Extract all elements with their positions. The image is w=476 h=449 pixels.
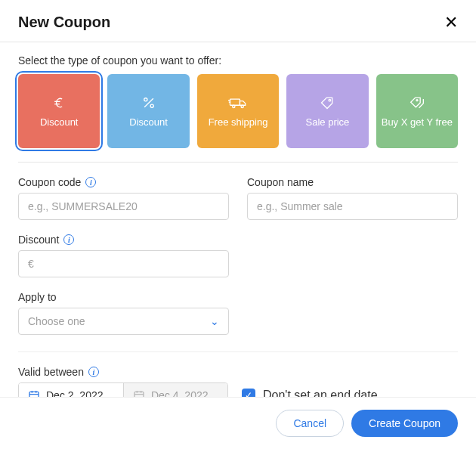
info-icon[interactable]: i bbox=[88, 367, 99, 377]
svg-point-7 bbox=[241, 105, 243, 107]
info-icon[interactable]: i bbox=[63, 234, 74, 245]
coupon-type-group: Discount Discount Free shipping Sale pri… bbox=[18, 74, 458, 148]
apply-to-select[interactable]: Choose one ⌄ bbox=[18, 308, 229, 335]
type-tile-free-shipping[interactable]: Free shipping bbox=[197, 74, 279, 148]
type-tile-label: Buy X get Y free bbox=[382, 116, 453, 129]
discount-input[interactable] bbox=[18, 250, 229, 277]
discount-label: Discount bbox=[18, 234, 59, 246]
tags-icon bbox=[408, 95, 426, 110]
type-tile-buy-x-get-y[interactable]: Buy X get Y free bbox=[376, 74, 458, 148]
no-end-date-label: Don't set an end date bbox=[263, 389, 378, 397]
apply-to-label: Apply to bbox=[18, 291, 57, 303]
type-tile-percent-discount[interactable]: Discount bbox=[107, 74, 189, 148]
check-icon: ✓ bbox=[245, 390, 252, 397]
type-prompt: Select the type of coupon you want to of… bbox=[18, 54, 458, 67]
start-date-value: Dec 2, 2022 bbox=[46, 389, 104, 397]
close-icon: ✕ bbox=[444, 13, 458, 32]
coupon-name-input[interactable] bbox=[247, 193, 458, 220]
coupon-code-label: Coupon code bbox=[18, 176, 81, 188]
coupon-code-input[interactable] bbox=[18, 193, 229, 220]
calendar-icon bbox=[133, 389, 145, 397]
end-date-value: Dec 4, 2022 bbox=[151, 389, 209, 397]
calendar-icon bbox=[28, 389, 40, 397]
type-tile-euro-discount[interactable]: Discount bbox=[18, 74, 100, 148]
type-tile-label: Free shipping bbox=[209, 116, 268, 129]
type-tile-sale-price[interactable]: Sale price bbox=[286, 74, 368, 148]
svg-point-3 bbox=[144, 98, 147, 101]
svg-point-10 bbox=[329, 99, 332, 101]
start-date-input[interactable]: Dec 2, 2022 bbox=[19, 383, 123, 397]
svg-rect-5 bbox=[230, 99, 240, 105]
divider bbox=[18, 162, 458, 163]
info-icon[interactable]: i bbox=[85, 177, 96, 187]
coupon-name-label: Coupon name bbox=[247, 176, 314, 188]
no-end-date-checkbox[interactable]: ✓ bbox=[242, 389, 255, 397]
svg-line-2 bbox=[144, 98, 153, 107]
apply-to-placeholder: Choose one bbox=[28, 315, 85, 327]
end-date-input: Dec 4, 2022 bbox=[123, 383, 227, 397]
tag-icon bbox=[319, 95, 335, 110]
percent-icon bbox=[141, 95, 156, 110]
dialog-title: New Coupon bbox=[18, 14, 110, 31]
truck-icon bbox=[228, 95, 248, 110]
type-tile-label: Sale price bbox=[306, 116, 350, 129]
divider bbox=[18, 351, 458, 352]
type-tile-label: Discount bbox=[40, 116, 79, 129]
cancel-button[interactable]: Cancel bbox=[276, 410, 344, 437]
date-range-picker: Dec 2, 2022 Dec 4, 2022 bbox=[18, 382, 228, 397]
euro-icon bbox=[51, 95, 66, 110]
svg-point-11 bbox=[416, 99, 418, 101]
type-tile-label: Discount bbox=[129, 116, 168, 129]
create-coupon-button[interactable]: Create Coupon bbox=[351, 410, 458, 437]
valid-between-label: Valid between bbox=[18, 366, 84, 378]
chevron-down-icon: ⌄ bbox=[210, 315, 219, 327]
svg-point-6 bbox=[233, 105, 235, 107]
svg-point-4 bbox=[150, 104, 153, 107]
close-button[interactable]: ✕ bbox=[444, 14, 458, 31]
